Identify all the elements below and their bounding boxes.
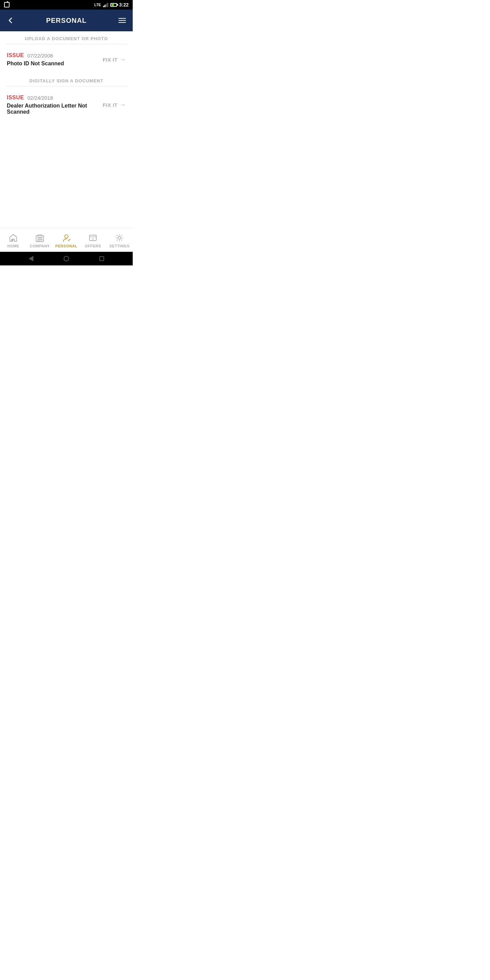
signal-icon — [103, 2, 108, 7]
issue-date-1: 07/22/2008 — [27, 53, 53, 59]
bottom-nav: HOME COMPANY PERSONAL $ OFFERS — [0, 228, 133, 252]
page-title: PERSONAL — [46, 17, 86, 24]
status-bar-right: LTE ⚡ 3:22 — [94, 2, 129, 8]
status-bar-left — [4, 2, 10, 8]
issue-date-2: 02/24/2018 — [27, 95, 53, 101]
svg-rect-7 — [41, 239, 42, 240]
upload-section-divider — [5, 44, 127, 44]
main-content: UPLOAD A DOCUMENT OR PHOTO ISSUE 07/22/2… — [0, 31, 133, 228]
svg-rect-2 — [38, 237, 39, 238]
header: PERSONAL — [0, 10, 133, 31]
android-recents-button[interactable] — [99, 256, 104, 261]
android-home-button[interactable] — [64, 256, 69, 261]
svg-text:$: $ — [92, 238, 94, 240]
svg-rect-6 — [40, 239, 40, 240]
sign-section-divider — [5, 86, 127, 86]
upload-section-title: UPLOAD A DOCUMENT OR PHOTO — [25, 36, 108, 41]
nav-label-company: COMPANY — [30, 244, 50, 248]
nav-item-company[interactable]: COMPANY — [27, 233, 53, 248]
home-icon — [8, 233, 18, 243]
svg-rect-5 — [38, 239, 39, 242]
time-display: 3:22 — [119, 2, 129, 8]
issue-item-1: ISSUE 07/22/2008 Photo ID Not Scanned FI… — [0, 47, 133, 73]
svg-rect-3 — [40, 237, 40, 238]
nav-item-personal[interactable]: PERSONAL — [53, 233, 80, 248]
fix-it-button-2[interactable]: FIX IT → — [103, 102, 126, 108]
fix-it-label-1: FIX IT — [103, 57, 118, 63]
nav-label-settings: SETTINGS — [109, 244, 129, 248]
issue-left-2: ISSUE 02/24/2018 Dealer Authorization Le… — [7, 95, 103, 115]
fix-it-button-1[interactable]: FIX IT → — [103, 56, 126, 63]
issue-meta-1: ISSUE 07/22/2008 — [7, 52, 64, 59]
nav-item-offers[interactable]: $ OFFERS — [80, 233, 106, 248]
nav-item-settings[interactable]: SETTINGS — [106, 233, 133, 248]
nav-label-home: HOME — [8, 244, 19, 248]
issue-description-1: Photo ID Not Scanned — [7, 60, 64, 67]
menu-button[interactable] — [118, 18, 126, 23]
svg-point-8 — [65, 235, 68, 238]
android-nav-bar — [0, 252, 133, 266]
settings-icon — [115, 233, 124, 243]
personal-icon — [62, 233, 71, 243]
sd-card-icon — [4, 2, 10, 8]
svg-rect-4 — [41, 237, 42, 238]
nav-label-personal: PERSONAL — [55, 244, 77, 248]
battery-icon: ⚡ — [110, 3, 117, 7]
svg-point-12 — [118, 237, 121, 239]
sign-section-header: DIGITALLY SIGN A DOCUMENT — [0, 73, 133, 89]
nav-label-offers: OFFERS — [85, 244, 101, 248]
company-icon — [35, 233, 45, 243]
sign-section-title: DIGITALLY SIGN A DOCUMENT — [29, 78, 103, 83]
issue-description-2: Dealer Authorization Letter Not Scanned — [7, 103, 103, 115]
status-bar: LTE ⚡ 3:22 — [0, 0, 133, 10]
android-back-button[interactable] — [29, 256, 33, 261]
issue-left-1: ISSUE 07/22/2008 Photo ID Not Scanned — [7, 52, 64, 67]
nav-item-home[interactable]: HOME — [0, 233, 27, 248]
issue-item-2: ISSUE 02/24/2018 Dealer Authorization Le… — [0, 89, 133, 122]
svg-rect-1 — [36, 236, 43, 242]
issue-label-2: ISSUE — [7, 95, 24, 101]
issue-label-1: ISSUE — [7, 52, 24, 59]
arrow-right-icon-1: → — [120, 56, 126, 63]
fix-it-label-2: FIX IT — [103, 102, 118, 108]
lte-indicator: LTE — [94, 3, 101, 7]
issue-meta-2: ISSUE 02/24/2018 — [7, 95, 103, 101]
offers-icon: $ — [88, 233, 98, 243]
upload-section-header: UPLOAD A DOCUMENT OR PHOTO — [0, 31, 133, 47]
arrow-right-icon-2: → — [120, 102, 126, 108]
back-button[interactable] — [7, 17, 14, 24]
